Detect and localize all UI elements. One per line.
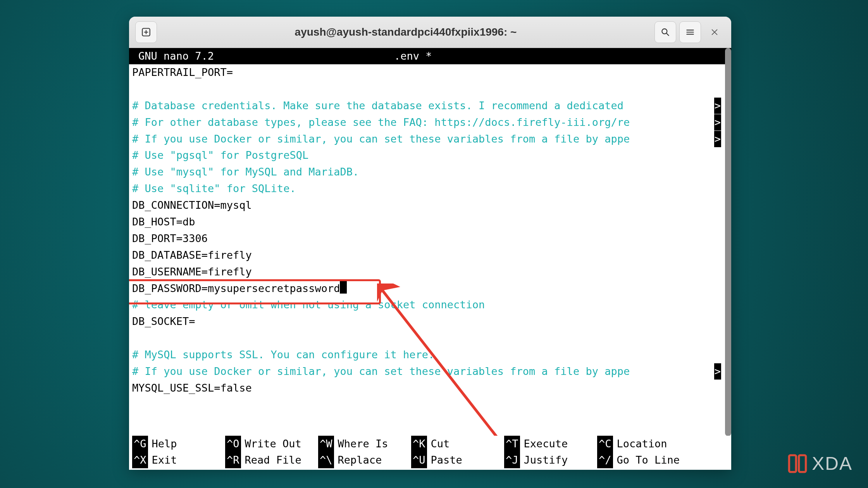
shortcut-key: ^\ [318, 452, 334, 468]
shortcut-label: Replace [338, 452, 382, 468]
shortcut-item: ^OWrite Out [225, 436, 318, 452]
shortcut-key: ^/ [597, 452, 613, 468]
shortcut-item: ^RRead File [225, 452, 318, 468]
text-cursor [340, 281, 347, 294]
xda-logo-text: XDA [812, 453, 852, 474]
line-text: # If you use Docker or similar, you can … [132, 365, 630, 377]
shortcut-label: Paste [431, 452, 462, 468]
line-text: # leave empty or omit when not using a s… [132, 299, 485, 311]
svg-rect-4 [799, 455, 806, 472]
shortcut-key: ^J [504, 452, 520, 468]
editor-line [132, 397, 728, 413]
line-text: # If you use Docker or similar, you can … [132, 133, 630, 145]
shortcut-item: ^JJustify [504, 452, 597, 468]
overflow-marker: > [714, 131, 721, 147]
shortcut-key: ^U [411, 452, 427, 468]
editor-line: ># Database credentials. Make sure the d… [132, 98, 728, 114]
shortcut-label: Help [152, 436, 177, 452]
shortcut-item: ^UPaste [411, 452, 504, 468]
shortcut-label: Cut [431, 436, 450, 452]
shortcut-item: ^\Replace [318, 452, 411, 468]
search-icon [660, 27, 670, 37]
close-button[interactable] [704, 22, 725, 43]
close-icon [710, 28, 719, 36]
shortcut-key: ^O [225, 436, 241, 452]
line-text: # For other database types, please see t… [132, 116, 630, 128]
line-text [132, 332, 138, 344]
shortcut-key: ^W [318, 436, 334, 452]
plus-box-icon [141, 27, 151, 37]
line-text: MYSQL_USE_SSL=false [132, 382, 252, 394]
svg-rect-3 [789, 455, 796, 472]
editor-line: MYSQL_USE_SSL=false [132, 380, 728, 397]
nano-filename: .env * [394, 48, 432, 64]
shortcut-key: ^R [225, 452, 241, 468]
shortcut-item: ^KCut [411, 436, 504, 452]
editor-line: # leave empty or omit when not using a s… [132, 297, 728, 313]
terminal-viewport[interactable]: GNU nano 7.2 .env * PAPERTRAIL_PORT= ># … [129, 48, 731, 470]
shortcut-item: ^WWhere Is [318, 436, 411, 452]
terminal-window: ayush@ayush-standardpci440fxpiix1996: ~ … [129, 17, 731, 470]
line-text: DB_PORT=3306 [132, 232, 208, 244]
editor-line: ># If you use Docker or similar, you can… [132, 131, 728, 148]
hamburger-icon [685, 27, 695, 37]
editor-line: DB_SOCKET= [132, 313, 728, 330]
xda-watermark: XDA [787, 453, 852, 474]
editor-line: DB_PASSWORD=mysupersecretpassword [132, 280, 728, 297]
shortcut-item: ^XExit [132, 452, 225, 468]
editor-line: DB_USERNAME=firefly [132, 264, 728, 280]
overflow-marker: > [714, 363, 721, 380]
shortcut-item: ^GHelp [132, 436, 225, 452]
nano-app-label: GNU nano 7.2 [138, 48, 394, 64]
line-text: # Database credentials. Make sure the da… [132, 100, 630, 112]
shortcut-label: Write Out [245, 436, 301, 452]
menu-button[interactable] [679, 21, 701, 43]
shortcut-key: ^C [597, 436, 613, 452]
nano-header: GNU nano 7.2 .env * [129, 48, 731, 64]
line-text: DB_DATABASE=firefly [132, 249, 252, 261]
editor-line: DB_CONNECTION=mysql [132, 197, 728, 214]
line-text: # Use "sqlite" for SQLite. [132, 182, 296, 194]
editor-line: DB_HOST=db [132, 214, 728, 230]
xda-logo-icon [787, 453, 808, 474]
svg-point-1 [662, 29, 667, 34]
editor-line: # Use "pgsql" for PostgreSQL [132, 147, 728, 164]
shortcut-key: ^K [411, 436, 427, 452]
line-text: # Use "pgsql" for PostgreSQL [132, 149, 308, 161]
editor-line: ># If you use Docker or similar, you can… [132, 363, 728, 380]
editor-line: DB_PORT=3306 [132, 230, 728, 247]
shortcut-item: ^TExecute [504, 436, 597, 452]
line-text: DB_CONNECTION=mysql [132, 199, 252, 211]
editor-line: # MySQL supports SSL. You can configure … [132, 347, 728, 363]
editor-area[interactable]: PAPERTRAIL_PORT= ># Database credentials… [129, 64, 731, 413]
shortcut-label: Where Is [338, 436, 388, 452]
window-title: ayush@ayush-standardpci440fxpiix1996: ~ [160, 26, 651, 38]
shortcut-item: ^/Go To Line [597, 452, 690, 468]
editor-line [132, 81, 728, 98]
nano-shortcuts: ^GHelp^OWrite Out^WWhere Is^KCut^TExecut… [129, 436, 731, 470]
search-button[interactable] [654, 21, 676, 43]
editor-line: # Use "sqlite" for SQLite. [132, 180, 728, 197]
shortcut-label: Exit [152, 452, 177, 468]
shortcut-key: ^G [132, 436, 148, 452]
line-text [132, 399, 138, 411]
shortcut-label: Justify [524, 452, 568, 468]
overflow-marker: > [714, 98, 721, 114]
shortcut-key: ^T [504, 436, 520, 452]
editor-line: ># For other database types, please see … [132, 114, 728, 131]
shortcut-label: Location [617, 436, 667, 452]
line-text: PAPERTRAIL_PORT= [132, 66, 233, 78]
line-text: # Use "mysql" for MySQL and MariaDB. [132, 166, 359, 178]
line-text: DB_HOST=db [132, 216, 195, 228]
titlebar: ayush@ayush-standardpci440fxpiix1996: ~ [129, 17, 731, 48]
editor-line: # Use "mysql" for MySQL and MariaDB. [132, 164, 728, 180]
shortcut-label: Go To Line [617, 452, 680, 468]
shortcut-item: ^CLocation [597, 436, 690, 452]
shortcut-key: ^X [132, 452, 148, 468]
new-tab-button[interactable] [135, 21, 157, 43]
shortcut-label: Execute [524, 436, 568, 452]
editor-line: DB_DATABASE=firefly [132, 247, 728, 264]
line-text: # MySQL supports SSL. You can configure … [132, 349, 434, 361]
line-text: DB_PASSWORD=mysupersecretpassword [132, 282, 340, 294]
editor-line: PAPERTRAIL_PORT= [132, 64, 728, 81]
